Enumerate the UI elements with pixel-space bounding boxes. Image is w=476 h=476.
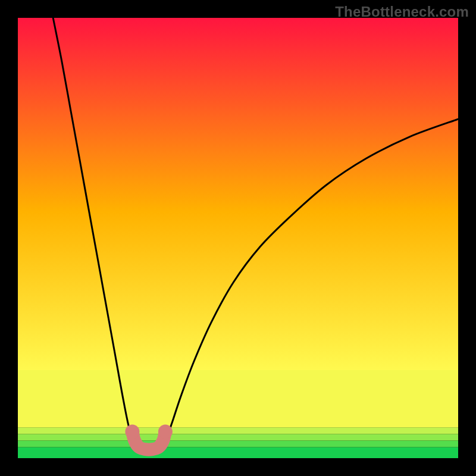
bottleneck-chart [18,18,458,458]
optimal-marker-endcap [125,425,139,439]
background-bands [18,18,458,458]
optimal-marker-endcap [158,425,173,439]
svg-rect-2 [18,434,458,440]
svg-rect-3 [18,427,458,434]
chart-container: TheBottleneck.com [0,0,476,476]
svg-rect-5 [18,18,458,370]
svg-rect-1 [18,440,458,447]
svg-rect-4 [18,370,458,427]
svg-rect-0 [18,447,458,459]
plot-area [18,18,458,458]
